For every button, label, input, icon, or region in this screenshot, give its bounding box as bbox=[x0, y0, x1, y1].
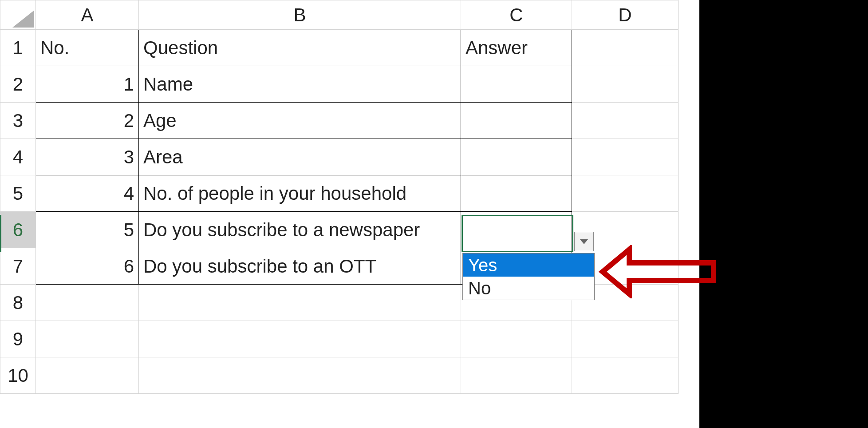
cell-B8[interactable] bbox=[139, 285, 461, 321]
cell-C6[interactable] bbox=[461, 212, 572, 248]
data-validation-dropdown-list[interactable]: Yes No bbox=[462, 253, 595, 300]
cell-C2[interactable] bbox=[461, 66, 572, 103]
cell-B4[interactable]: Area bbox=[139, 139, 461, 175]
cell-A4[interactable]: 3 bbox=[36, 139, 139, 175]
row-header-5[interactable]: 5 bbox=[0, 175, 36, 212]
row-header-1[interactable]: 1 bbox=[0, 30, 36, 66]
cell-C3[interactable] bbox=[461, 103, 572, 139]
row-header-8[interactable]: 8 bbox=[0, 285, 36, 321]
cell-C4[interactable] bbox=[461, 139, 572, 175]
cell-A7[interactable]: 6 bbox=[36, 248, 139, 285]
cell-D1[interactable] bbox=[572, 30, 679, 66]
dropdown-option-no[interactable]: No bbox=[463, 277, 594, 300]
cell-D4[interactable] bbox=[572, 139, 679, 175]
cell-D3[interactable] bbox=[572, 103, 679, 139]
spreadsheet-viewport: A B C D 1 No. Question Answer 2 1 Name 3… bbox=[0, 0, 868, 428]
col-header-A[interactable]: A bbox=[36, 0, 139, 30]
chevron-down-icon bbox=[580, 239, 588, 244]
cell-D2[interactable] bbox=[572, 66, 679, 103]
cell-B2[interactable]: Name bbox=[139, 66, 461, 103]
cell-A6[interactable]: 5 bbox=[36, 212, 139, 248]
row-header-7[interactable]: 7 bbox=[0, 248, 36, 285]
col-header-C[interactable]: C bbox=[461, 0, 572, 30]
row-header-2[interactable]: 2 bbox=[0, 66, 36, 103]
cell-B7[interactable]: Do you subscribe to an OTT bbox=[139, 248, 461, 285]
dropdown-option-yes[interactable]: Yes bbox=[463, 254, 594, 277]
spreadsheet-grid: A B C D 1 No. Question Answer 2 1 Name 3… bbox=[0, 0, 679, 394]
active-row-indicator bbox=[0, 215, 1, 252]
right-black-margin bbox=[699, 0, 868, 428]
cell-B3[interactable]: Age bbox=[139, 103, 461, 139]
row-header-10[interactable]: 10 bbox=[0, 357, 36, 394]
cell-D9[interactable] bbox=[572, 321, 679, 357]
cell-B6[interactable]: Do you subscribe to a newspaper bbox=[139, 212, 461, 248]
row-header-6[interactable]: 6 bbox=[0, 212, 36, 248]
cell-C9[interactable] bbox=[461, 321, 572, 357]
cell-A9[interactable] bbox=[36, 321, 139, 357]
col-header-D[interactable]: D bbox=[572, 0, 679, 30]
annotation-arrow-icon bbox=[598, 245, 722, 298]
cell-A8[interactable] bbox=[36, 285, 139, 321]
data-validation-dropdown-button[interactable] bbox=[574, 232, 594, 251]
cell-C5[interactable] bbox=[461, 175, 572, 212]
cell-A1[interactable]: No. bbox=[36, 30, 139, 66]
cell-A5[interactable]: 4 bbox=[36, 175, 139, 212]
row-header-3[interactable]: 3 bbox=[0, 103, 36, 139]
cell-B5[interactable]: No. of people in your household bbox=[139, 175, 461, 212]
cell-B10[interactable] bbox=[139, 357, 461, 394]
cell-C1[interactable]: Answer bbox=[461, 30, 572, 66]
select-all-corner[interactable] bbox=[0, 0, 36, 30]
cell-D5[interactable] bbox=[572, 175, 679, 212]
row-header-4[interactable]: 4 bbox=[0, 139, 36, 175]
row-header-9[interactable]: 9 bbox=[0, 321, 36, 357]
cell-A10[interactable] bbox=[36, 357, 139, 394]
cell-B9[interactable] bbox=[139, 321, 461, 357]
cell-A2[interactable]: 1 bbox=[36, 66, 139, 103]
cell-B1[interactable]: Question bbox=[139, 30, 461, 66]
col-header-B[interactable]: B bbox=[139, 0, 461, 30]
cell-C10[interactable] bbox=[461, 357, 572, 394]
cell-A3[interactable]: 2 bbox=[36, 103, 139, 139]
cell-D10[interactable] bbox=[572, 357, 679, 394]
